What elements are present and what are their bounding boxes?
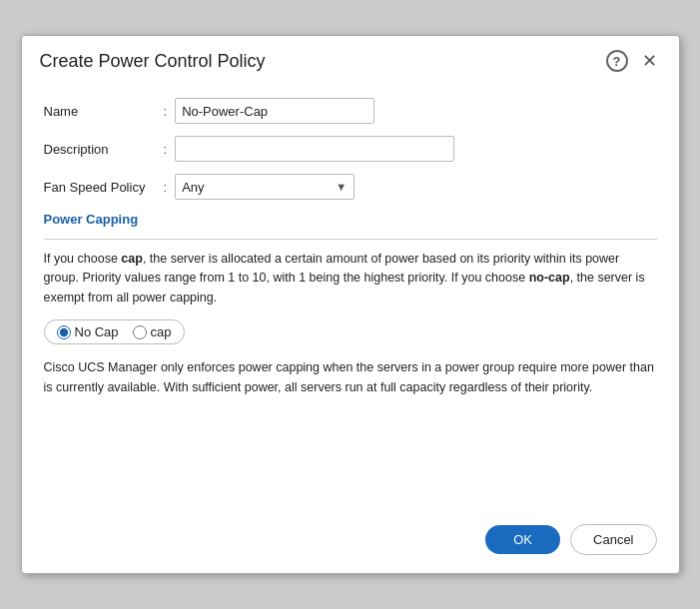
no-cap-radio-option[interactable]: No Cap (57, 324, 119, 339)
cap-label: cap (151, 324, 172, 339)
name-input[interactable] (175, 98, 374, 124)
power-capping-header: Power Capping (44, 212, 657, 227)
name-label: Name (44, 104, 164, 119)
dialog-title: Create Power Control Policy (40, 51, 266, 72)
close-icon[interactable]: ✕ (638, 50, 661, 72)
description-input[interactable] (175, 136, 454, 162)
cap-bold: cap (121, 252, 143, 266)
fan-speed-select-wrapper: Any Low Power High Power Max Power ▼ (175, 174, 354, 200)
bottom-info-text: Cisco UCS Manager only enforces power ca… (44, 358, 657, 397)
description-colon: : (164, 142, 168, 157)
dialog-footer: OK Cancel (22, 508, 679, 573)
name-row: Name : (44, 98, 657, 124)
fan-speed-colon: : (164, 180, 168, 195)
fan-speed-label: Fan Speed Policy (44, 180, 164, 195)
name-colon: : (164, 104, 168, 119)
help-icon[interactable]: ? (606, 50, 628, 72)
fan-speed-select[interactable]: Any Low Power High Power Max Power (175, 174, 354, 200)
dialog-header: Create Power Control Policy ? ✕ (22, 36, 679, 84)
cancel-button[interactable]: Cancel (570, 524, 656, 555)
ok-button[interactable]: OK (485, 525, 560, 554)
cap-radio-option[interactable]: cap (133, 324, 172, 339)
create-power-control-policy-dialog: Create Power Control Policy ? ✕ Name : D… (21, 35, 680, 574)
description-row: Description : (44, 136, 657, 162)
dialog-body: Name : Description : Fan Speed Policy : … (22, 84, 679, 508)
no-cap-bold: no-cap (529, 271, 570, 285)
no-cap-label: No Cap (75, 324, 119, 339)
section-divider (44, 239, 657, 240)
fan-speed-row: Fan Speed Policy : Any Low Power High Po… (44, 174, 657, 200)
no-cap-radio[interactable] (57, 325, 71, 339)
dialog-header-icons: ? ✕ (606, 50, 661, 72)
power-capping-radio-group: No Cap cap (44, 319, 185, 344)
cap-radio[interactable] (133, 325, 147, 339)
power-capping-info-text: If you choose cap, the server is allocat… (44, 250, 657, 307)
description-label: Description (44, 142, 164, 157)
